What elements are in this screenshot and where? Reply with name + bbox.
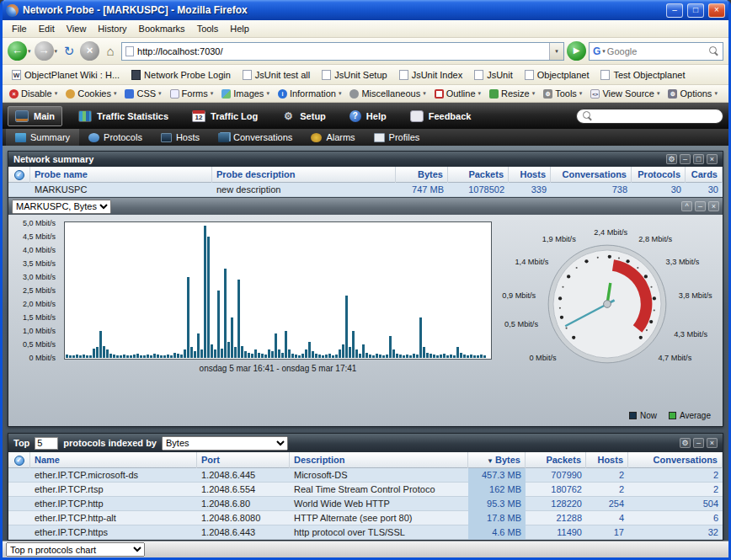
protocol-row[interactable]: ether.IP.TCP.http-alt1.2048.6.8080HTTP A… — [8, 511, 723, 525]
appnav-feedback[interactable]: Feedback — [403, 106, 479, 126]
menu-edit[interactable]: Edit — [33, 22, 61, 35]
bookmark-jsunit-setup[interactable]: JsUnit Setup — [317, 68, 391, 82]
bookmark-objectplanet[interactable]: Objectplanet — [520, 68, 594, 82]
protocols-col-packets[interactable]: Packets — [526, 452, 586, 468]
devbar-disable[interactable]: ×Disable▾ — [6, 88, 61, 99]
subpanel-close-icon[interactable]: × — [708, 201, 719, 211]
menu-history[interactable]: History — [92, 22, 132, 35]
restore-window-button[interactable]: □ — [687, 3, 704, 18]
menu-bookmarks[interactable]: Bookmarks — [133, 22, 191, 35]
summary-col-protocols[interactable]: Protocols — [632, 167, 686, 183]
chart-bar — [271, 351, 274, 358]
summary-col-probe-description[interactable]: Probe description — [212, 167, 396, 183]
protocols-col-hosts[interactable]: Hosts — [586, 452, 628, 468]
menu-help[interactable]: Help — [224, 22, 255, 35]
devbar-forms[interactable]: Forms▾ — [167, 88, 217, 99]
summary-col-packets[interactable]: Packets — [448, 167, 509, 183]
subpanel-minimize-icon[interactable]: – — [695, 201, 706, 211]
protocols-col-bytes[interactable]: ▼Bytes — [468, 452, 526, 468]
summary-row[interactable]: MARKUSPCnew description747 MB10785023397… — [8, 183, 723, 197]
protocols-col-name[interactable]: Name — [30, 452, 197, 468]
collapse-icon[interactable]: ^ — [681, 201, 692, 211]
summary-icon — [15, 133, 26, 142]
search-engine-dropdown-icon[interactable]: ▾ — [602, 48, 606, 55]
devbar-view-source[interactable]: <>View Source▾ — [587, 88, 663, 99]
menu-view[interactable]: View — [61, 22, 93, 35]
close-window-button[interactable]: × — [708, 3, 725, 18]
subnav-alarms[interactable]: Alarms — [301, 129, 364, 146]
devbar-options[interactable]: ⚙Options▾ — [664, 88, 720, 99]
menu-tools[interactable]: Tools — [191, 22, 225, 35]
summary-col-conversations[interactable]: Conversations — [551, 167, 632, 183]
app-search-input[interactable] — [596, 111, 717, 121]
devbar-information[interactable]: iInformation▾ — [275, 88, 345, 99]
subnav-conversations[interactable]: Conversations — [209, 129, 301, 146]
subnav-protocols[interactable]: Protocols — [79, 129, 152, 146]
chart-bar — [366, 353, 368, 358]
panel-close-icon[interactable]: × — [707, 438, 718, 448]
probe-selector[interactable]: MARKUSPC, Bytes — [12, 200, 111, 214]
devbar-cookies[interactable]: Cookies▾ — [62, 88, 120, 99]
stop-button[interactable]: × — [80, 41, 99, 61]
menu-file[interactable]: File — [6, 22, 33, 35]
search-magnifier-icon[interactable] — [709, 46, 719, 56]
protocol-row[interactable]: ether.IP.TCP.microsoft-ds1.2048.6.445Mic… — [8, 468, 723, 483]
protocol-row[interactable]: ether.IP.TCP.http1.2048.6.80World Wide W… — [8, 497, 723, 511]
summary-col-hosts[interactable]: Hosts — [509, 167, 551, 183]
panel-maximize-icon[interactable]: □ — [693, 154, 704, 164]
app-search-box[interactable] — [576, 109, 723, 124]
devbar-tools[interactable]: ⚙Tools▾ — [540, 88, 585, 99]
subnav-summary[interactable]: Summary — [6, 129, 79, 146]
panel-minimize-icon[interactable]: – — [680, 154, 691, 164]
summary-col-cards[interactable]: Cards — [686, 167, 723, 183]
protocol-row[interactable]: ether.IP.TCP.rtsp1.2048.6.554Real Time S… — [8, 483, 723, 497]
bookmark-network-probe-login[interactable]: Network Probe Login — [127, 68, 235, 82]
back-button[interactable]: ← — [8, 41, 27, 61]
bookmark-jsunit[interactable]: JsUnit — [470, 68, 517, 82]
go-button[interactable]: ▶ — [567, 41, 586, 61]
protocols-col-description[interactable]: Description — [290, 452, 468, 468]
bottom-chart-select[interactable]: Top n protocols chart — [6, 542, 145, 557]
web-search-input[interactable] — [607, 46, 707, 56]
appnav-setup[interactable]: ⚙Setup — [274, 106, 333, 126]
bookmark-objectplanet-wiki-h[interactable]: WObjectPlanet Wiki : H... — [8, 68, 124, 82]
minimize-window-button[interactable]: – — [666, 3, 683, 18]
bookmark-jsunit-index[interactable]: JsUnit Index — [395, 68, 467, 82]
subnav-profiles[interactable]: Profiles — [365, 129, 430, 146]
devbar-css[interactable]: CSS▾ — [121, 88, 164, 99]
protocol-row[interactable]: ether.IP.TCP.https1.2048.6.443http proto… — [8, 525, 723, 540]
home-button[interactable]: ⌂ — [102, 44, 119, 58]
bookmark-test-objectplanet[interactable]: Test Objectplanet — [596, 68, 689, 82]
protocol-count-input[interactable] — [35, 437, 58, 450]
devbar-resize[interactable]: Resize▾ — [486, 88, 538, 99]
address-dropdown-button[interactable]: ▾ — [549, 43, 563, 60]
bookmark-jsunit-test-all[interactable]: JsUnit test all — [238, 68, 314, 82]
address-input[interactable] — [137, 46, 546, 56]
forward-button[interactable]: → — [35, 41, 54, 61]
back-dropdown-icon[interactable]: ▾ — [28, 48, 31, 55]
panel-close-icon[interactable]: × — [707, 154, 718, 164]
panel-minimize-icon[interactable]: – — [693, 438, 704, 448]
devbar-miscellaneous[interactable]: Miscellaneous▾ — [346, 88, 429, 99]
appnav-help[interactable]: ?Help — [342, 106, 394, 126]
reload-button[interactable]: ↻ — [61, 44, 77, 59]
dropdown-caret-icon: ▾ — [478, 90, 482, 97]
select-column-header[interactable]: ✓ — [8, 167, 30, 183]
appnav-main[interactable]: Main — [8, 106, 62, 126]
devbar-outline[interactable]: Outline▾ — [431, 88, 484, 99]
forward-dropdown-icon[interactable]: ▾ — [55, 48, 58, 55]
web-search-box[interactable]: G ▾ — [589, 42, 723, 61]
subnav-hosts[interactable]: Hosts — [152, 129, 209, 146]
protocols-col-port[interactable]: Port — [197, 452, 290, 468]
summary-col-probe-name[interactable]: Probe name — [30, 167, 212, 183]
address-bar[interactable]: ▾ — [121, 42, 564, 61]
protocols-col-conversations[interactable]: Conversations — [628, 452, 723, 468]
select-column-header[interactable]: ✓ — [8, 452, 30, 468]
summary-col-bytes[interactable]: Bytes — [396, 167, 448, 183]
panel-settings-icon[interactable]: ⚙ — [680, 438, 691, 448]
devbar-images[interactable]: Images▾ — [218, 88, 273, 99]
index-by-select[interactable]: Bytes — [162, 436, 288, 451]
appnav-traffic-statistics[interactable]: Traffic Statistics — [71, 106, 176, 126]
panel-settings-icon[interactable]: ⚙ — [666, 154, 677, 164]
appnav-traffic-log[interactable]: 12Traffic Log — [184, 106, 265, 126]
